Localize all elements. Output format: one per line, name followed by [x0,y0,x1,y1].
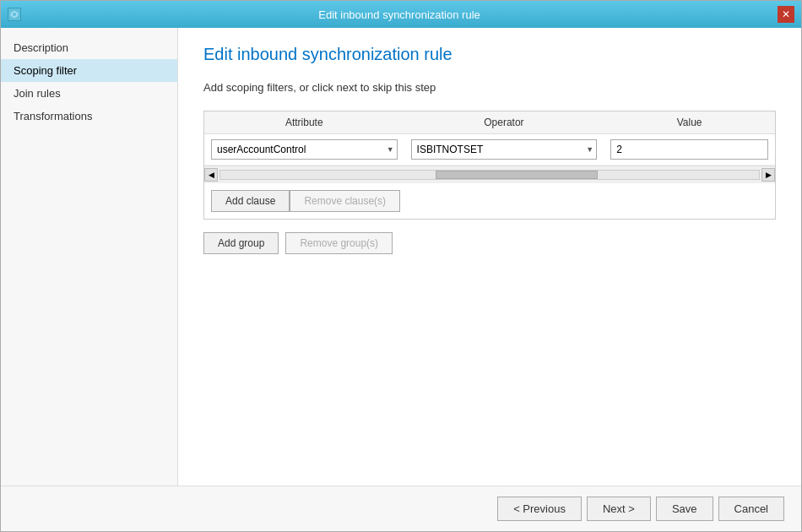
close-button[interactable]: ✕ [778,6,794,23]
main-window: Edit inbound synchronization rule ✕ Desc… [0,0,802,532]
add-group-button[interactable]: Add group [203,232,279,254]
col-header-value: Value [604,111,775,134]
previous-button[interactable]: < Previous [497,497,582,521]
next-button[interactable]: Next > [587,497,651,521]
title-bar: Edit inbound synchronization rule ✕ [1,1,801,28]
attribute-cell: userAccountControl ▼ [204,134,404,166]
attribute-select[interactable]: userAccountControl [211,139,398,160]
title-controls: ✕ [778,6,794,23]
svg-point-0 [13,13,16,16]
scroll-left-button[interactable]: ◀ [204,168,218,182]
table-row: userAccountControl ▼ ISBITNOTSET [204,134,775,166]
filter-table: Attribute Operator Value userAccountCont… [204,111,775,166]
app-icon [8,8,21,21]
page-title: Edit inbound synchronization rule [203,45,776,64]
col-header-operator: Operator [404,111,604,134]
sidebar: Description Scoping filter Join rules Tr… [1,28,178,486]
remove-groups-button[interactable]: Remove group(s) [285,232,393,254]
operator-select-wrapper: ISBITNOTSET ▼ [411,139,598,160]
step-description: Add scoping filters, or click next to sk… [203,81,776,94]
scroll-track[interactable] [219,170,760,180]
scroll-right-button[interactable]: ▶ [761,168,775,182]
operator-select[interactable]: ISBITNOTSET [411,139,598,160]
value-cell [604,134,775,166]
scroll-thumb [436,171,597,179]
horizontal-scrollbar: ◀ ▶ [204,166,775,183]
group-buttons-row: Add group Remove group(s) [203,232,776,254]
sidebar-item-transformations[interactable]: Transformations [1,105,177,128]
operator-cell: ISBITNOTSET ▼ [404,134,604,166]
filter-group: Attribute Operator Value userAccountCont… [203,111,776,220]
sidebar-item-description[interactable]: Description [1,36,177,59]
col-header-attribute: Attribute [204,111,404,134]
footer: < Previous Next > Save Cancel [1,486,801,531]
clause-buttons-row: Add clause Remove clause(s) [204,183,775,219]
add-clause-button[interactable]: Add clause [211,190,290,212]
value-input[interactable] [610,139,768,160]
sidebar-item-join-rules[interactable]: Join rules [1,82,177,105]
sidebar-item-scoping-filter[interactable]: Scoping filter [1,59,177,82]
main-content: Edit inbound synchronization rule Add sc… [178,28,801,486]
cancel-button[interactable]: Cancel [718,497,784,521]
content-area: Description Scoping filter Join rules Tr… [1,28,801,486]
title-text: Edit inbound synchronization rule [21,8,778,21]
save-button[interactable]: Save [656,497,713,521]
attribute-select-wrapper: userAccountControl ▼ [211,139,398,160]
remove-clauses-button[interactable]: Remove clause(s) [290,190,400,212]
